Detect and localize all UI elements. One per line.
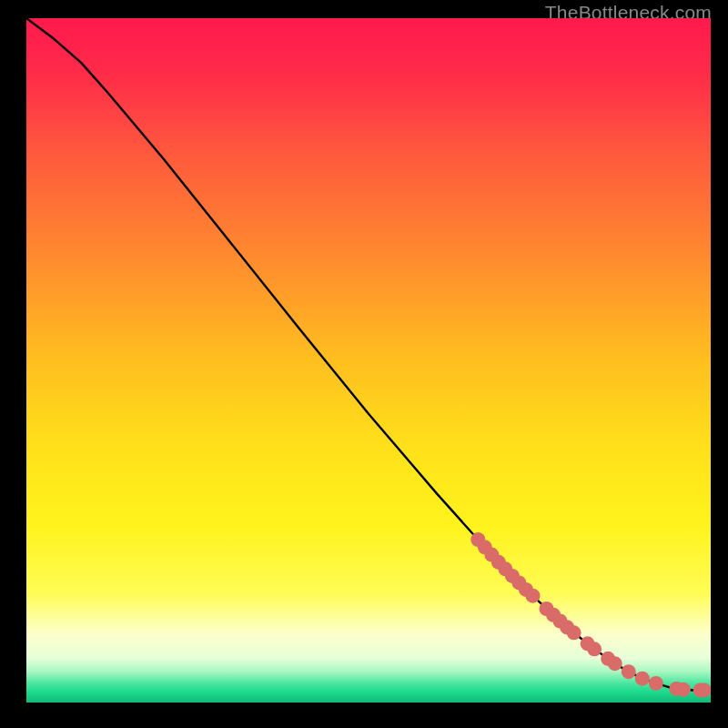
plot-area [26, 18, 711, 703]
data-marker [696, 682, 711, 697]
data-marker [649, 676, 663, 691]
data-marker [608, 656, 622, 671]
data-marker [635, 672, 650, 686]
data-marker [567, 625, 581, 640]
data-marker [622, 664, 636, 679]
gradient-background [26, 18, 711, 703]
chart-frame: TheBottleneck.com [0, 0, 728, 728]
data-marker [676, 682, 691, 697]
plot-svg [26, 18, 711, 703]
data-marker [587, 642, 602, 656]
data-marker [525, 589, 540, 603]
